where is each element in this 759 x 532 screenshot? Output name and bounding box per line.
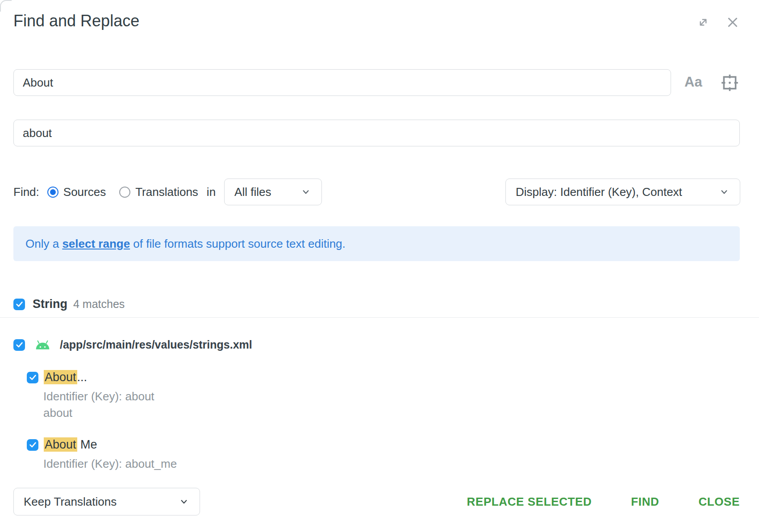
find-and-replace-dialog: Find and Replace Aa bbox=[0, 0, 759, 532]
replace-input[interactable] bbox=[13, 120, 740, 146]
check-icon bbox=[15, 341, 24, 349]
match-rest: ... bbox=[77, 370, 88, 384]
string-group-row: String 4 matches bbox=[13, 297, 125, 311]
sources-radio-label[interactable]: Sources bbox=[63, 185, 106, 199]
find-button[interactable]: FIND bbox=[631, 495, 659, 509]
selection-frame-icon[interactable] bbox=[720, 73, 740, 93]
chevron-down-icon bbox=[718, 186, 730, 198]
find-label: Find: bbox=[13, 185, 39, 199]
find-options-row: Find: Sources Translations in All files bbox=[13, 179, 322, 205]
check-icon bbox=[29, 441, 37, 449]
match-source-text: About... bbox=[44, 370, 87, 384]
string-group-count: 4 matches bbox=[73, 298, 125, 311]
match-rest: Me bbox=[77, 438, 97, 451]
keep-translations-value: Keep Translations bbox=[24, 495, 117, 509]
chevron-down-icon bbox=[300, 186, 312, 198]
case-sensitive-icon[interactable]: Aa bbox=[684, 74, 702, 90]
footer-actions: REPLACE SELECTED FIND CLOSE bbox=[467, 488, 740, 515]
string-group-label: String bbox=[33, 297, 67, 311]
translations-radio[interactable] bbox=[119, 187, 130, 198]
close-icon[interactable] bbox=[726, 15, 740, 29]
replace-selected-button[interactable]: REPLACE SELECTED bbox=[467, 495, 592, 509]
string-group-checkbox[interactable] bbox=[13, 299, 25, 310]
display-dropdown[interactable]: Display: Identifier (Key), Context bbox=[505, 179, 740, 205]
in-label: in bbox=[207, 185, 216, 199]
check-icon bbox=[29, 373, 37, 382]
dialog-title: Find and Replace bbox=[13, 12, 139, 30]
file-path: /app/src/main/res/values/strings.xml bbox=[60, 338, 252, 351]
close-button[interactable]: CLOSE bbox=[698, 495, 740, 509]
info-banner: Only a select range of file formats supp… bbox=[13, 226, 740, 261]
files-filter-value: All files bbox=[234, 185, 271, 199]
search-input[interactable] bbox=[13, 69, 671, 96]
match-item: About... Identifier (Key): about about bbox=[27, 370, 154, 421]
match-identifier: Identifier (Key): about_me bbox=[43, 456, 177, 472]
file-row: /app/src/main/res/values/strings.xml bbox=[13, 338, 252, 351]
translations-radio-label[interactable]: Translations bbox=[135, 185, 198, 199]
chevron-down-icon bbox=[178, 496, 190, 507]
results-divider bbox=[0, 317, 759, 318]
banner-text: Only a select range of file formats supp… bbox=[25, 237, 346, 251]
file-checkbox[interactable] bbox=[13, 339, 25, 351]
match-context: about bbox=[43, 405, 154, 421]
android-icon bbox=[34, 340, 51, 350]
select-range-link[interactable]: select range bbox=[62, 237, 130, 250]
files-filter-dropdown[interactable]: All files bbox=[224, 179, 322, 205]
match-checkbox[interactable] bbox=[27, 372, 38, 383]
match-item: About Me Identifier (Key): about_me bbox=[27, 438, 177, 472]
dialog-corner bbox=[0, 0, 12, 12]
banner-text-before: Only a bbox=[25, 237, 62, 250]
banner-text-after: of file formats support source text edit… bbox=[130, 237, 346, 250]
dialog-header-actions bbox=[696, 15, 740, 29]
expand-icon[interactable] bbox=[696, 16, 710, 29]
radio-dot bbox=[50, 189, 56, 195]
match-identifier: Identifier (Key): about bbox=[43, 388, 154, 405]
match-source-text: About Me bbox=[44, 438, 97, 452]
match-highlight: About bbox=[44, 370, 77, 384]
display-dropdown-value: Display: Identifier (Key), Context bbox=[516, 185, 682, 199]
check-icon bbox=[15, 300, 24, 308]
match-checkbox[interactable] bbox=[27, 439, 38, 451]
match-highlight: About bbox=[44, 437, 77, 452]
sources-radio[interactable] bbox=[47, 187, 58, 198]
keep-translations-dropdown[interactable]: Keep Translations bbox=[13, 488, 200, 515]
